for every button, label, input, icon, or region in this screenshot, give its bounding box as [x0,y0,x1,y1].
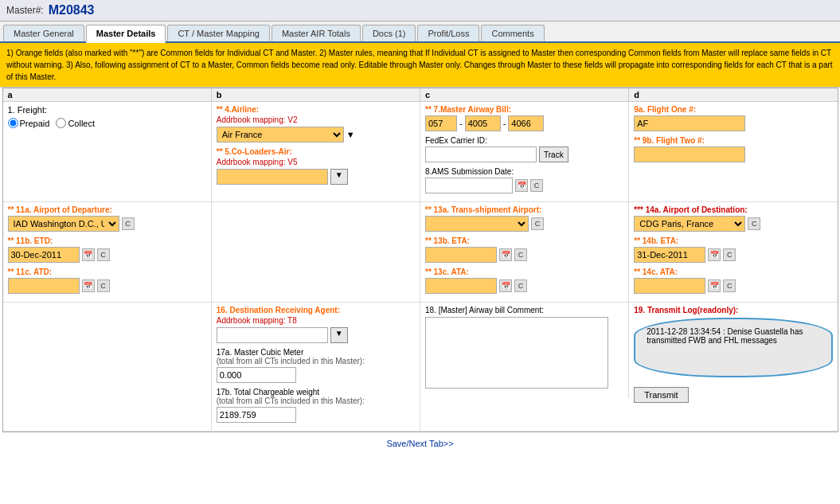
cubic-input[interactable] [217,367,296,383]
transmit-log-text: 2011-12-28 13:34:54 : Denise Guastella h… [647,327,803,345]
atd-calendar-icon[interactable]: 📅 [82,279,95,292]
collect-radio-label[interactable]: Collect [56,118,95,128]
transmit-log-box: 2011-12-28 13:34:54 : Denise Guastella h… [634,318,832,377]
atd-input[interactable] [8,278,80,294]
col-b-airline: ** 4.Airline: Addrbook mapping: V2 Air F… [212,102,420,201]
tab-docs[interactable]: Docs (1) [362,25,416,41]
ams-calendar-icon[interactable]: 📅 [515,179,528,192]
col-b-dest-agent: 16. Destination Receiving Agent: Addrboo… [212,303,420,431]
collect-radio[interactable] [56,118,66,128]
airport-dest-select[interactable]: CDG Paris, France [634,216,745,232]
ata-13c-c-btn[interactable]: C [514,279,527,292]
transmit-log-group: 19. Transmit Log(readonly): 2011-12-28 1… [634,306,832,377]
ata-14c-input[interactable] [634,278,705,294]
master-label: Master#: [6,5,44,16]
co-loaders-input[interactable] [217,169,328,185]
col-c-awb: ** 7.Master Airway Bill: - - FedEx Carri… [420,102,629,201]
co-loaders-dropdown-btn[interactable]: ▼ [330,169,348,185]
airline-group: ** 4.Airline: Addrbook mapping: V2 Air F… [217,105,415,143]
eta-13b-c-btn[interactable]: C [514,248,527,261]
eta-13b-cal-icon[interactable]: 📅 [499,248,512,261]
airport-dest-label: *** 14a. Airport of Destination: [634,205,832,214]
track-button[interactable]: Track [539,147,568,162]
transmit-log-label: 19. Transmit Log(readonly): [634,306,832,315]
tab-master-details[interactable]: Master Details [86,25,166,43]
etd-row: 📅 C [8,247,206,263]
col-header-b: b [212,88,420,101]
eta-14b-row: 📅 C [634,247,832,263]
prepaid-radio-label[interactable]: Prepaid [8,118,50,128]
main-section: a b c d 1. Freight: Prepaid Collect [2,88,838,432]
save-next-link[interactable]: Save/Next Tab>> [386,439,453,448]
ams-c-btn[interactable]: C [530,179,543,192]
transship-label: ** 13a. Trans-shipment Airport: [425,205,623,214]
tab-ct-master-mapping[interactable]: CT / Master Mapping [167,25,270,41]
eta-13b-row: 📅 C [425,247,623,263]
col-d-transmit: 19. Transmit Log(readonly): 2011-12-28 1… [629,303,837,406]
row-3: 16. Destination Receiving Agent: Addrboo… [3,303,838,432]
eta-14b-c-btn[interactable]: C [723,248,736,261]
airline-select[interactable]: Air France [217,127,344,143]
co-loaders-group: ** 5.Co-Loaders-Air: Addrbook mapping: V… [217,147,415,185]
ams-date-input[interactable] [425,178,513,193]
atd-c-btn[interactable]: C [97,279,110,292]
prepaid-radio[interactable] [8,118,18,128]
flight-two-label: ** 9b. Flight Two #: [634,136,832,145]
chargeable-input[interactable] [217,407,296,423]
freight-section: 1. Freight: Prepaid Collect [8,105,206,128]
flight-two-input[interactable] [634,147,745,162]
col-d-airport-dest: *** 14a. Airport of Destination: CDG Par… [629,202,837,302]
transship-group: ** 13a. Trans-shipment Airport: C [425,205,623,232]
ata-14c-cal-icon[interactable]: 📅 [708,279,721,292]
ata-14c-group: ** 14c. ATA: 📅 C [634,268,832,294]
row-2: ** 11a. Airport of Departure: IAD Washin… [3,202,838,303]
flight-one-input[interactable] [634,115,745,131]
awb-part3[interactable] [508,115,544,131]
transship-c-btn[interactable]: C [531,217,544,230]
tab-master-general[interactable]: Master General [3,25,84,41]
etd-c-btn[interactable]: C [97,248,110,261]
airport-dest-c-btn[interactable]: C [748,217,760,230]
awb-group: ** 7.Master Airway Bill: - - [425,105,623,131]
freight-label: 1. Freight: [8,105,206,115]
ata-13c-input[interactable] [425,278,497,294]
atd-row: 📅 C [8,278,206,294]
awb-part1[interactable] [425,115,457,131]
dest-agent-input[interactable] [217,327,328,343]
col-a-freight: 1. Freight: Prepaid Collect [3,102,212,201]
dest-agent-dropdown-btn[interactable]: ▼ [330,327,348,343]
prepaid-label: Prepaid [20,119,50,128]
airway-comment-label: 18. [Master] Airway bill Comment: [425,306,623,315]
eta-14b-input[interactable] [634,247,705,263]
airport-dep-select[interactable]: IAD Washington D.C., U [8,216,119,232]
eta-13b-input[interactable] [425,247,497,263]
tab-profit-loss[interactable]: Profit/Loss [417,25,479,41]
ata-13c-label: ** 13c. ATA: [425,268,623,276]
ata-14c-c-btn[interactable]: C [723,279,736,292]
etd-calendar-icon[interactable]: 📅 [82,248,95,261]
airway-comment-group: 18. [Master] Airway bill Comment: [425,306,623,390]
flight-two-group: ** 9b. Flight Two #: [634,136,832,162]
etd-input[interactable] [8,247,80,263]
master-id: M20843 [49,3,95,18]
awb-part2[interactable] [465,115,501,131]
airport-dep-c-btn[interactable]: C [122,217,135,230]
tabs-bar: Master General Master Details CT / Maste… [0,21,840,43]
awb-dash1: - [459,119,463,128]
airway-comment-textarea[interactable] [425,317,608,389]
fedex-carrier-input[interactable] [425,147,537,162]
col-c-airway-comment: 18. [Master] Airway bill Comment: [420,303,629,398]
tab-comments[interactable]: Comments [481,25,544,41]
ata-13c-row: 📅 C [425,278,623,294]
eta-14b-cal-icon[interactable]: 📅 [708,248,721,261]
airline-dropdown-icon[interactable]: ▼ [346,130,355,139]
transship-select[interactable] [425,216,529,232]
dest-agent-group: 16. Destination Receiving Agent: Addrboo… [217,306,415,343]
ata-13c-cal-icon[interactable]: 📅 [499,279,512,292]
tab-master-air-totals[interactable]: Master AIR Totals [272,25,361,41]
col-a-row3 [3,303,212,430]
airport-dep-row: IAD Washington D.C., U C [8,216,206,232]
ata-14c-label: ** 14c. ATA: [634,268,832,276]
cubic-sub: (total from all CTs included in this Mas… [217,357,415,365]
transmit-button[interactable]: Transmit [634,387,688,403]
